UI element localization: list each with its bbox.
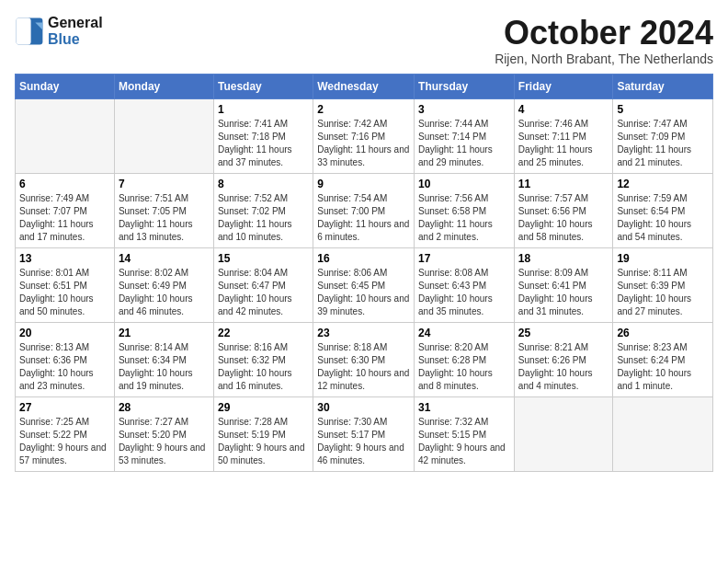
weekday-header: Sunday [16,74,115,98]
day-detail: Sunrise: 7:56 AMSunset: 6:58 PMDaylight:… [418,192,510,244]
weekday-header: Thursday [415,74,515,98]
calendar-cell: 22Sunrise: 8:16 AMSunset: 6:32 PMDayligh… [213,322,313,396]
day-number: 10 [418,178,510,190]
day-detail: Sunrise: 7:28 AMSunset: 5:19 PMDaylight:… [218,416,309,467]
day-number: 21 [119,327,210,339]
weekday-header: Wednesday [313,74,415,98]
day-number: 8 [218,178,309,190]
calendar-cell: 24Sunrise: 8:20 AMSunset: 6:28 PMDayligh… [415,322,515,396]
day-number: 5 [617,103,709,116]
day-number: 13 [19,252,110,265]
day-detail: Sunrise: 7:42 AMSunset: 7:16 PMDaylight:… [317,118,410,169]
weekday-header: Monday [114,74,213,98]
day-detail: Sunrise: 7:54 AMSunset: 7:00 PMDaylight:… [317,192,410,244]
location: Rijen, North Brabant, The Netherlands [495,52,713,66]
day-detail: Sunrise: 7:30 AMSunset: 5:17 PMDaylight:… [317,416,410,467]
calendar-week-row: 1Sunrise: 7:41 AMSunset: 7:18 PMDaylight… [16,98,713,173]
logo-text: General Blue [48,15,103,48]
day-number: 27 [19,401,110,414]
weekday-header: Tuesday [213,74,313,98]
title-area: October 2024 Rijen, North Brabant, The N… [495,15,713,66]
logo: General Blue [15,15,103,48]
day-number: 24 [418,327,510,339]
day-detail: Sunrise: 7:49 AMSunset: 7:07 PMDaylight:… [19,192,110,244]
day-number: 16 [317,252,410,265]
day-number: 7 [119,178,210,190]
calendar-cell: 3Sunrise: 7:44 AMSunset: 7:14 PMDaylight… [415,98,515,173]
calendar-cell: 6Sunrise: 7:49 AMSunset: 7:07 PMDaylight… [16,173,115,247]
day-detail: Sunrise: 8:21 AMSunset: 6:26 PMDaylight:… [518,341,609,393]
day-number: 31 [418,401,510,414]
day-detail: Sunrise: 8:08 AMSunset: 6:43 PMDaylight:… [418,267,510,318]
calendar-cell: 2Sunrise: 7:42 AMSunset: 7:16 PMDaylight… [313,98,415,173]
weekday-header: Saturday [613,74,713,98]
day-number: 25 [518,327,609,339]
day-number: 3 [418,103,510,116]
calendar-cell: 8Sunrise: 7:52 AMSunset: 7:02 PMDaylight… [213,173,313,247]
day-number: 18 [518,252,609,265]
calendar-cell: 30Sunrise: 7:30 AMSunset: 5:17 PMDayligh… [313,396,415,471]
day-detail: Sunrise: 8:01 AMSunset: 6:51 PMDaylight:… [19,267,110,318]
day-detail: Sunrise: 7:59 AMSunset: 6:54 PMDaylight:… [617,192,709,244]
day-detail: Sunrise: 8:14 AMSunset: 6:34 PMDaylight:… [119,341,210,393]
calendar-cell: 21Sunrise: 8:14 AMSunset: 6:34 PMDayligh… [114,322,213,396]
calendar-cell: 18Sunrise: 8:09 AMSunset: 6:41 PMDayligh… [514,247,613,322]
calendar-cell [114,98,213,173]
calendar-cell: 9Sunrise: 7:54 AMSunset: 7:00 PMDaylight… [313,173,415,247]
calendar-cell: 25Sunrise: 8:21 AMSunset: 6:26 PMDayligh… [514,322,613,396]
calendar-cell [16,98,115,173]
calendar-week-row: 6Sunrise: 7:49 AMSunset: 7:07 PMDaylight… [16,173,713,247]
calendar-cell: 12Sunrise: 7:59 AMSunset: 6:54 PMDayligh… [613,173,713,247]
day-number: 4 [518,103,609,116]
day-number: 19 [617,252,709,265]
month-title: October 2024 [495,15,713,52]
day-detail: Sunrise: 7:32 AMSunset: 5:15 PMDaylight:… [418,416,510,467]
day-number: 23 [317,327,410,339]
day-number: 22 [218,327,309,339]
day-number: 14 [119,252,210,265]
page-header: General Blue October 2024 Rijen, North B… [15,15,713,66]
weekday-header: Friday [514,74,613,98]
day-number: 2 [317,103,410,116]
day-detail: Sunrise: 7:52 AMSunset: 7:02 PMDaylight:… [218,192,309,244]
calendar-cell [613,396,713,471]
day-number: 15 [218,252,309,265]
day-number: 30 [317,401,410,414]
calendar-cell: 19Sunrise: 8:11 AMSunset: 6:39 PMDayligh… [613,247,713,322]
calendar-cell: 16Sunrise: 8:06 AMSunset: 6:45 PMDayligh… [313,247,415,322]
calendar-cell: 5Sunrise: 7:47 AMSunset: 7:09 PMDaylight… [613,98,713,173]
svg-rect-2 [17,18,31,45]
day-detail: Sunrise: 7:44 AMSunset: 7:14 PMDaylight:… [418,118,510,169]
day-number: 11 [518,178,609,190]
logo-icon [15,17,44,46]
day-detail: Sunrise: 8:11 AMSunset: 6:39 PMDaylight:… [617,267,709,318]
calendar-cell [514,396,613,471]
calendar-cell: 15Sunrise: 8:04 AMSunset: 6:47 PMDayligh… [213,247,313,322]
calendar-cell: 17Sunrise: 8:08 AMSunset: 6:43 PMDayligh… [415,247,515,322]
day-detail: Sunrise: 8:18 AMSunset: 6:30 PMDaylight:… [317,341,410,393]
calendar-cell: 13Sunrise: 8:01 AMSunset: 6:51 PMDayligh… [16,247,115,322]
calendar-cell: 31Sunrise: 7:32 AMSunset: 5:15 PMDayligh… [415,396,515,471]
day-detail: Sunrise: 8:02 AMSunset: 6:49 PMDaylight:… [119,267,210,318]
day-detail: Sunrise: 7:47 AMSunset: 7:09 PMDaylight:… [617,118,709,169]
calendar-cell: 23Sunrise: 8:18 AMSunset: 6:30 PMDayligh… [313,322,415,396]
day-number: 6 [19,178,110,190]
day-detail: Sunrise: 8:04 AMSunset: 6:47 PMDaylight:… [218,267,309,318]
calendar-cell: 1Sunrise: 7:41 AMSunset: 7:18 PMDaylight… [213,98,313,173]
day-detail: Sunrise: 7:51 AMSunset: 7:05 PMDaylight:… [119,192,210,244]
calendar-cell: 29Sunrise: 7:28 AMSunset: 5:19 PMDayligh… [213,396,313,471]
day-detail: Sunrise: 7:46 AMSunset: 7:11 PMDaylight:… [518,118,609,169]
calendar-cell: 28Sunrise: 7:27 AMSunset: 5:20 PMDayligh… [114,396,213,471]
day-number: 1 [218,103,309,116]
calendar-cell: 10Sunrise: 7:56 AMSunset: 6:58 PMDayligh… [415,173,515,247]
day-detail: Sunrise: 8:06 AMSunset: 6:45 PMDaylight:… [317,267,410,318]
day-number: 26 [617,327,709,339]
day-number: 20 [19,327,110,339]
calendar-table: SundayMondayTuesdayWednesdayThursdayFrid… [15,74,713,472]
calendar-cell: 14Sunrise: 8:02 AMSunset: 6:49 PMDayligh… [114,247,213,322]
day-detail: Sunrise: 8:09 AMSunset: 6:41 PMDaylight:… [518,267,609,318]
weekday-header-row: SundayMondayTuesdayWednesdayThursdayFrid… [16,74,713,98]
calendar-cell: 7Sunrise: 7:51 AMSunset: 7:05 PMDaylight… [114,173,213,247]
day-detail: Sunrise: 8:20 AMSunset: 6:28 PMDaylight:… [418,341,510,393]
calendar-cell: 11Sunrise: 7:57 AMSunset: 6:56 PMDayligh… [514,173,613,247]
